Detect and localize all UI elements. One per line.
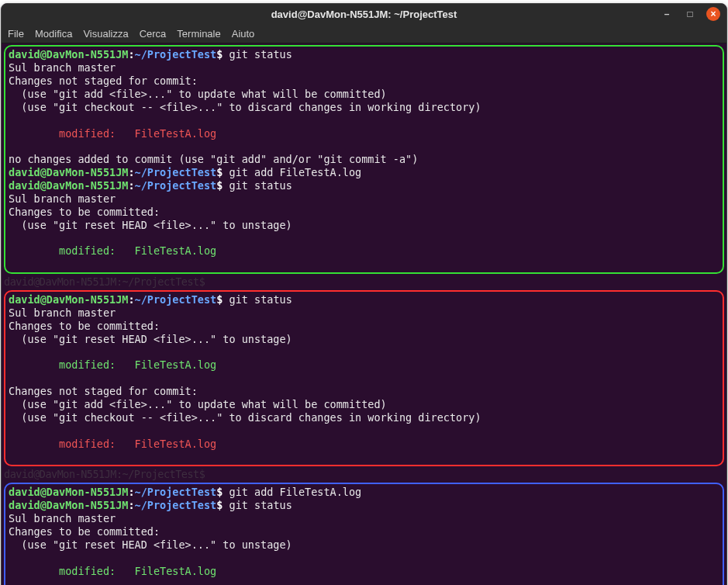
titlebar: david@DavMon-N551JM: ~/ProjectTest – □ ×	[2, 4, 726, 26]
obscured-line: david@DavMon-N551JM:~/ProjectTest$	[4, 468, 724, 481]
menubar: File Modifica Visualizza Cerca Terminale…	[2, 26, 726, 43]
terminal-body[interactable]: david@DavMon-N551JM:~/ProjectTest$ git s…	[2, 45, 726, 585]
menu-edit[interactable]: Modifica	[35, 28, 72, 40]
output-line: Changes to be committed:	[9, 320, 719, 333]
output-modified-staged: modified: FileTestA.log	[9, 358, 719, 372]
output-line: (use "git add <file>..." to update what …	[9, 88, 719, 101]
menu-view[interactable]: Visualizza	[83, 28, 128, 40]
command: git add FileTestA.log	[223, 166, 361, 178]
annotation-block-2: david@DavMon-N551JM:~/ProjectTest$ git s…	[4, 290, 724, 466]
output-line: (use "git reset HEAD <file>..." to unsta…	[9, 219, 719, 232]
output-line: (use "git reset HEAD <file>..." to unsta…	[9, 538, 719, 552]
prompt-path: ~/ProjectTest	[135, 48, 217, 61]
output-line: Changes not staged for commit:	[9, 74, 719, 88]
output-line: (use "git reset HEAD <file>..." to unsta…	[9, 333, 719, 346]
output-line: Changes to be committed:	[9, 525, 719, 538]
command: git status	[223, 293, 292, 306]
terminal-window: david@DavMon-N551JM: ~/ProjectTest – □ ×…	[1, 3, 727, 585]
command: git status	[223, 499, 292, 511]
window-controls: – □ ×	[660, 7, 720, 21]
menu-file[interactable]: File	[8, 28, 24, 40]
output-modified-unstaged: modified: FileTestA.log	[9, 127, 719, 140]
output-line: Sul branch master	[9, 192, 719, 206]
output-line: Changes not staged for commit:	[9, 385, 719, 398]
command: git status	[223, 48, 292, 61]
command: git add FileTestA.log	[223, 486, 361, 498]
close-button[interactable]: ×	[706, 7, 720, 21]
menu-search[interactable]: Cerca	[140, 28, 167, 40]
output-modified-unstaged: modified: FileTestA.log	[9, 438, 719, 451]
maximize-button[interactable]: □	[683, 7, 697, 21]
output-line: no changes added to commit (use "git add…	[9, 153, 719, 166]
annotation-block-1: david@DavMon-N551JM:~/ProjectTest$ git s…	[4, 45, 724, 274]
menu-terminal[interactable]: Terminale	[177, 28, 220, 40]
output-modified-staged: modified: FileTestA.log	[9, 565, 719, 578]
output-line: Changes to be committed:	[9, 206, 719, 219]
output-line: Sul branch master	[9, 512, 719, 525]
output-line: Sul branch master	[9, 61, 719, 74]
menu-help[interactable]: Aiuto	[232, 28, 255, 40]
minimize-button[interactable]: –	[660, 7, 674, 21]
output-line: Sul branch master	[9, 306, 719, 320]
output-modified-staged: modified: FileTestA.log	[9, 244, 719, 258]
window-title: david@DavMon-N551JM: ~/ProjectTest	[271, 9, 457, 21]
command: git status	[223, 179, 292, 192]
annotation-block-3: david@DavMon-N551JM:~/ProjectTest$ git a…	[4, 483, 724, 585]
output-line: (use "git add <file>..." to update what …	[9, 398, 719, 411]
prompt-user: david@DavMon-N551JM	[9, 48, 128, 61]
output-line: (use "git checkout -- <file>..." to disc…	[9, 101, 719, 114]
output-line: (use "git checkout -- <file>..." to disc…	[9, 411, 719, 424]
obscured-line: david@DavMon-N551JM:~/ProjectTest$	[4, 275, 724, 289]
